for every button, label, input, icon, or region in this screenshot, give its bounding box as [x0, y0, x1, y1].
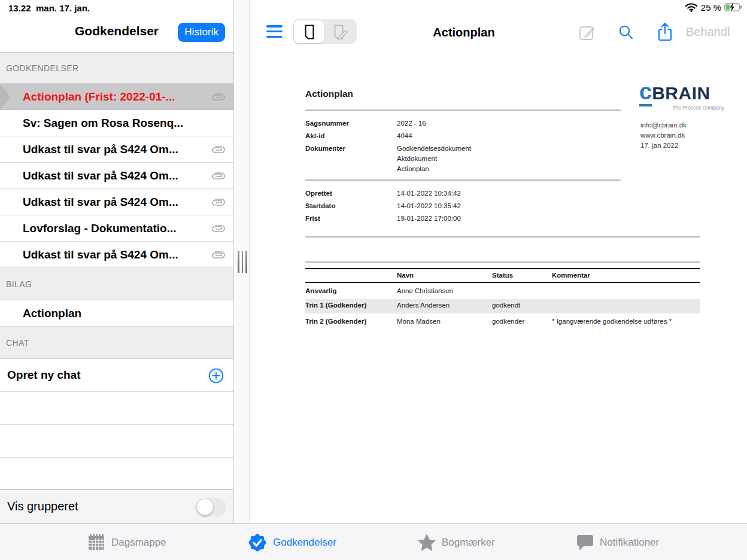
selection-indicator	[0, 84, 10, 110]
pane-divider[interactable]	[233, 0, 250, 524]
document-icon	[303, 25, 315, 39]
document-title-bar: Actionplan	[392, 26, 536, 39]
search-icon[interactable]	[618, 25, 634, 42]
vis-grupperet-bar: Vis grupperet	[0, 489, 233, 524]
tab-label: Godkendelser	[273, 537, 336, 549]
date-label: Startdato	[305, 202, 335, 209]
status-date: man. 17. jan.	[36, 3, 90, 13]
approval-item-label: Udkast til svar på S424 Om...	[23, 169, 178, 182]
bilag-list-item[interactable]: Actionplan	[0, 300, 233, 327]
approval-list-item[interactable]: Udkast til svar på S424 Om...	[0, 189, 233, 215]
meta-value: Godkendelsesdokument	[397, 145, 471, 152]
status-indicators: 25 %	[685, 2, 742, 13]
table-row: Trin 2 (Godkender) Mona Madsen godkender…	[305, 316, 700, 330]
battery-percentage: 25 %	[701, 2, 721, 13]
edit-view-segment[interactable]	[325, 20, 356, 43]
divider-line	[305, 109, 621, 111]
approval-list-item[interactable]: Sv: Sagen om Rosa Rosenq...	[0, 110, 233, 136]
empty-list-row	[0, 392, 233, 425]
table-row: Ansvarlig Anne Christiansen	[305, 286, 700, 299]
divider-line	[305, 261, 700, 263]
approval-list-item[interactable]: Udkast til svar på S424 Om...	[0, 136, 233, 163]
approval-item-label: Sv: Sagen om Rosa Rosenq...	[23, 117, 183, 130]
approval-item-label: Udkast til svar på S424 Om...	[23, 143, 178, 156]
divider-line	[305, 179, 621, 181]
view-mode-segmented-control[interactable]	[293, 19, 357, 44]
col-header-kommentar: Kommentar	[552, 272, 590, 279]
toggle-knob	[197, 499, 213, 515]
contact-date: 17. jan 2022	[640, 142, 678, 149]
paperclip-icon	[211, 145, 226, 154]
star-icon	[417, 533, 436, 552]
speech-bubble-icon	[576, 534, 594, 551]
section-header-bilag: BILAG	[0, 268, 233, 300]
meta-value: Aktdokument	[397, 155, 437, 162]
logo-c: c	[639, 79, 652, 106]
bottom-tab-bar: Dagsmappe Godkendelser Bogmærker	[0, 524, 747, 560]
battery-charging-icon	[724, 3, 742, 11]
empty-list-row	[0, 458, 233, 489]
tab-label: Dagsmappe	[111, 537, 166, 549]
compose-icon[interactable]	[579, 24, 596, 42]
approval-item-label: Lovforslag - Dokumentatio...	[23, 222, 177, 235]
historik-button[interactable]: Historik	[178, 23, 225, 42]
calendar-icon	[87, 534, 106, 551]
approval-item-label: Udkast til svar på S424 Om...	[23, 248, 178, 261]
bilag-item-label: Actionplan	[23, 307, 81, 320]
document-pane: Actionplan Behandl Actionplan	[250, 0, 747, 524]
row-label: Trin 2 (Godkender)	[305, 318, 366, 325]
tab-godkendelser[interactable]: Godkendelser	[247, 524, 336, 560]
approval-item-label: Actionplan (Frist: 2022-01-...	[23, 90, 175, 104]
tab-label: Notifikationer	[600, 537, 659, 549]
approval-seal-icon	[247, 532, 268, 553]
meta-label: Dokumenter	[305, 145, 345, 152]
paperclip-icon	[211, 224, 226, 233]
approval-list-item[interactable]: Udkast til svar på S424 Om...	[0, 242, 233, 268]
date-value: 14-01-2022 10:34:42	[397, 190, 461, 197]
paperclip-icon	[211, 197, 226, 207]
table-row: Trin 1 (Godkender) Anders Andersen godke…	[305, 299, 700, 314]
contact-email: info@cbrain.dk	[640, 121, 687, 129]
logo-tagline: The Process Company	[639, 105, 724, 111]
approval-list-item[interactable]: Udkast til svar på S424 Om...	[0, 163, 233, 189]
vis-grupperet-toggle[interactable]	[196, 498, 226, 516]
row-status: godkendt	[492, 302, 520, 309]
behandl-button[interactable]: Behandl	[686, 25, 730, 39]
share-icon[interactable]	[657, 22, 673, 44]
row-label: Trin 1 (Godkender)	[305, 302, 366, 309]
document-view-segment[interactable]	[294, 20, 324, 43]
document-viewer: Actionplan cBRAIN The Process Company Sa…	[250, 53, 747, 524]
contact-website: www.cbrain.dk	[640, 132, 685, 139]
tab-notifikationer[interactable]: Notifikationer	[576, 524, 659, 560]
divider-line	[305, 236, 700, 238]
create-chat-row[interactable]: Opret ny chat	[0, 359, 233, 392]
approval-list-item[interactable]: Lovforslag - Dokumentatio...	[0, 215, 233, 242]
row-kommentar: * Igangværende godkendelse udføres *	[552, 318, 672, 325]
meta-value: Actionplan	[397, 165, 429, 172]
row-label: Ansvarlig	[305, 287, 336, 294]
approvals-sidebar: Godkendelser Historik GODKENDELSER Actio…	[0, 0, 233, 524]
create-chat-label: Opret ny chat	[7, 369, 80, 382]
row-navn: Mona Madsen	[397, 318, 441, 325]
vis-grupperet-label: Vis grupperet	[7, 500, 78, 513]
section-header-godkendelser: GODKENDELSER	[0, 53, 233, 84]
status-bar: 13.22 man. 17. jan. 25 %	[0, 0, 747, 17]
clock: 13.22	[8, 3, 31, 13]
meta-label: Akt-id	[305, 132, 325, 139]
tab-bogmaerker[interactable]: Bogmærker	[417, 524, 495, 560]
tab-dagsmappe[interactable]: Dagsmappe	[87, 524, 166, 560]
wifi-icon	[685, 2, 698, 13]
approval-item-label: Udkast til svar på S424 Om...	[23, 196, 178, 209]
drag-handle-icon[interactable]	[238, 251, 247, 273]
row-status: godkender	[492, 318, 524, 325]
empty-list-row	[0, 425, 233, 458]
meta-label: Sagsnummer	[305, 120, 349, 127]
row-navn: Anne Christiansen	[397, 287, 453, 294]
date-label: Oprettet	[305, 190, 332, 197]
menu-icon[interactable]	[266, 25, 283, 38]
doc-heading: Actionplan	[305, 89, 353, 99]
paperclip-icon	[211, 171, 226, 181]
approval-list-item[interactable]: Actionplan (Frist: 2022-01-...	[0, 84, 233, 110]
cbrain-logo: cBRAIN The Process Company	[639, 83, 724, 111]
plus-circle-icon[interactable]	[208, 368, 224, 386]
